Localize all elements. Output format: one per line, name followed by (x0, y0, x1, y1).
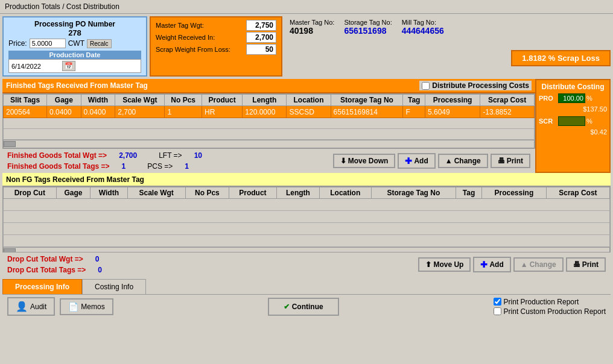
continue-checkmark-icon: ✔ (284, 303, 290, 311)
print-custom-checkbox[interactable] (494, 307, 501, 315)
pro-input[interactable] (558, 93, 585, 103)
move-up-button[interactable]: ⬆ Move Up (418, 257, 471, 272)
cell-no-pcs: 1 (165, 106, 202, 118)
col-scale-wgt: Scale Wgt (115, 95, 165, 106)
pro-label: PRO (539, 95, 557, 102)
col-no-pcs: No Pcs (165, 95, 202, 106)
col-slit-tags: Slit Tags (4, 95, 47, 106)
col-location: Location (287, 95, 331, 106)
lft-value: 10 (194, 151, 202, 160)
move-up-label: Move Up (433, 260, 463, 269)
mill-tag-no-label: Mill Tag No: (402, 19, 444, 26)
scrap-weight-label: Scrap Weight From Loss: (156, 46, 230, 53)
scr-amount: $0.42 (539, 128, 607, 136)
nfg-col-product: Product (229, 187, 276, 199)
memos-icon: 📄 (68, 302, 78, 312)
finished-tags-header-row: Slit Tags Gage Width Scale Wgt No Pcs Pr… (4, 95, 535, 106)
date-label: Production Date (8, 51, 141, 59)
distribute-costing-panel: Distribute Costing PRO % $137.50 SCR % $… (535, 79, 611, 173)
drop-cut-tags-value: 0 (98, 266, 102, 274)
continue-button[interactable]: ✔ Continue (268, 298, 339, 316)
master-tag-wgt-value: 2,750 (246, 20, 276, 31)
cell-length: 120.0000 (243, 106, 287, 118)
pcs-value: 1 (185, 162, 189, 171)
cell-storage-tag-no: 65615169814 (331, 106, 403, 118)
non-fg-table: Drop Cut Gage Width Scale Wgt No Pcs Pro… (3, 187, 610, 247)
title-bar: Production Totals / Cost Distribution (0, 0, 613, 14)
continue-label: Continue (292, 303, 323, 311)
scr-input[interactable] (558, 116, 585, 126)
memos-label: Memos (81, 303, 104, 311)
move-down-label: Move Down (348, 157, 389, 165)
master-tag-no-value: 40198 (290, 26, 334, 36)
nfg-add-button[interactable]: ✚ Add (473, 257, 510, 272)
print-button[interactable]: 🖶 Print (491, 154, 530, 168)
scr-label: SCR (539, 118, 557, 125)
print-report-row: Print Production Report (494, 298, 606, 306)
mill-tag-group: Mill Tag No: 444644656 (402, 19, 444, 36)
nfg-change-button[interactable]: ▲ Change (513, 257, 564, 272)
add-label: Add (414, 157, 428, 165)
change-button[interactable]: ▲ Change (438, 154, 488, 168)
distribute-checkbox-group[interactable]: Distribute Processing Costs (419, 81, 532, 90)
tab-costing-info[interactable]: Costing Info (82, 279, 146, 294)
finished-tags-header: Finished Tags Received From Master Tag D… (2, 79, 535, 93)
continue-section: ✔ Continue (118, 298, 489, 316)
mill-tag-no-value: 444644656 (402, 26, 444, 36)
tag-info-section: Master Tag No: 40198 Storage Tag No: 656… (285, 16, 509, 77)
po-number-label: Processing PO Number (8, 20, 141, 28)
print-options: Print Production Report Print Custom Pro… (494, 298, 606, 316)
nfg-col-processing: Processing (481, 187, 546, 199)
memos-button[interactable]: 📄 Memos (60, 298, 113, 315)
recalc-button[interactable]: Recalc (87, 39, 112, 48)
distribute-checkbox[interactable] (422, 82, 430, 90)
finished-totals: Finished Goods Total Wgt => 2,700 LFT =>… (5, 150, 326, 172)
cell-scale-wgt: 2,700 (115, 106, 165, 118)
cell-scrap-cost: -13.8852 (480, 106, 535, 118)
cell-location: SSCSD (287, 106, 331, 118)
finished-table-scrollbar[interactable] (3, 140, 535, 148)
lft-label: LFT => (159, 151, 182, 160)
cell-slit-tags: 200564 (4, 106, 47, 118)
drop-cut-wgt-value: 0 (95, 255, 100, 263)
col-gage: Gage (47, 95, 81, 106)
nfg-empty-4 (4, 235, 610, 247)
scroll-thumb[interactable] (4, 141, 16, 147)
price-input[interactable] (30, 39, 66, 48)
tab-processing-info[interactable]: Processing Info (2, 279, 82, 294)
print-label: Print (507, 157, 523, 165)
finished-tags-title: Finished Tags Received From Master Tag (6, 81, 148, 90)
add-button[interactable]: ✚ Add (398, 153, 435, 169)
nfg-print-button[interactable]: 🖶 Print (566, 257, 606, 272)
audit-button[interactable]: 👤 Audit (7, 297, 55, 316)
pro-pct: % (586, 95, 592, 102)
finished-tags-table-container: Slit Tags Gage Width Scale Wgt No Pcs Pr… (2, 93, 535, 149)
move-up-icon: ⬆ (425, 260, 431, 269)
pro-row: PRO % (539, 93, 607, 103)
date-input[interactable] (11, 63, 60, 70)
nfg-change-icon: ▲ (521, 260, 528, 269)
non-fg-section: Non FG Tags Received From Master Tag Dro… (2, 173, 611, 277)
scr-pct: % (586, 118, 592, 125)
table-row[interactable]: 200564 0.0400 0.0400 2,700 1 HR 120.0000… (4, 106, 535, 118)
non-fg-header-row: Drop Cut Gage Width Scale Wgt No Pcs Pro… (4, 187, 610, 199)
col-width: Width (81, 95, 115, 106)
col-processing: Processing (425, 95, 480, 106)
table-row-empty-2 (4, 129, 535, 140)
non-fg-action-buttons: ⬆ Move Up ✚ Add ▲ Change 🖶 Print (416, 255, 608, 274)
master-tag-no-label: Master Tag No: (290, 19, 334, 26)
change-label: Change (454, 157, 481, 165)
scr-row: SCR % (539, 116, 607, 126)
cell-width: 0.0400 (81, 106, 115, 118)
non-fg-scrollbar[interactable] (3, 247, 610, 253)
print-report-checkbox[interactable] (494, 298, 501, 306)
storage-tag-no-label: Storage Tag No: (344, 19, 392, 26)
calendar-button[interactable]: 📅 (62, 61, 75, 71)
non-fg-title: Non FG Tags Received From Master Tag (6, 175, 144, 184)
nfg-scroll-thumb[interactable] (4, 248, 16, 253)
move-down-button[interactable]: ⬇ Move Down (333, 154, 396, 168)
title-text: Production Totals / Cost Distribution (5, 2, 119, 11)
add-icon: ✚ (405, 156, 412, 166)
non-fg-table-container: Drop Cut Gage Width Scale Wgt No Pcs Pro… (2, 186, 611, 253)
bottom-bar: 👤 Audit 📄 Memos ✔ Continue Print Product… (2, 294, 611, 318)
